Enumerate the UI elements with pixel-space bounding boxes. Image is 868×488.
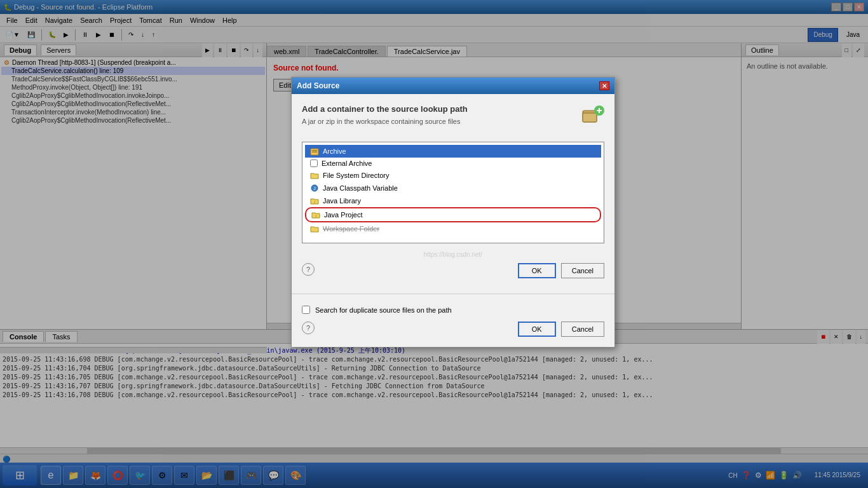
duplicate-source-checkbox[interactable] [302, 306, 310, 314]
dialog-buttons-top: ? OK Cancel [302, 263, 604, 278]
dialog-footer: Search for duplicate source files on the… [292, 299, 614, 347]
dialog-help-button[interactable]: ? [302, 263, 315, 276]
dialog-icon [581, 104, 604, 128]
add-source-dialog: Add Source ✕ Add a container to the sour… [291, 77, 615, 348]
watermark: https://blog.csdn.net/ [302, 251, 604, 258]
dialog-subtext: A jar or zip in the workspace containing… [302, 118, 468, 125]
dialog-help-button-bottom[interactable]: ? [302, 322, 315, 334]
dialog-heading: Add a container to the source lookup pat… [302, 104, 468, 114]
duplicate-source-label: Search for duplicate source files on the… [315, 306, 452, 314]
dialog-buttons-bottom: ? OK Cancel [302, 322, 604, 337]
dialog-cancel-button-top[interactable]: Cancel [561, 263, 604, 278]
modal-overlay: Add Source ✕ Add a container to the sour… [0, 0, 868, 488]
folder-icon [310, 171, 319, 180]
dialog-divider [292, 294, 614, 294]
dialog-ok-button-bottom[interactable]: OK [518, 322, 556, 337]
list-item-java-classpath-label: Java Classpath Variable [323, 184, 398, 192]
source-type-list: Archive External Archive File System Dir… [302, 142, 604, 243]
dialog-title: Add Source [297, 81, 339, 90]
archive-icon [310, 147, 319, 156]
dialog-title-bar: Add Source ✕ [292, 78, 614, 94]
list-item-workspace-folder-label: Workspace Folder [323, 225, 379, 233]
list-item-java-library-label: Java Library [323, 197, 361, 205]
workspace-folder-icon [310, 224, 319, 233]
java-project-icon: J [311, 210, 320, 219]
list-item-archive-label: Archive [323, 147, 346, 155]
svg-rect-7 [312, 152, 317, 153]
list-item-file-system-label: File System Directory [323, 172, 390, 179]
list-item-external-archive-label: External Archive [322, 159, 372, 167]
list-item-file-system[interactable]: File System Directory [305, 169, 601, 182]
dialog-close-button[interactable]: ✕ [599, 81, 609, 90]
list-item-java-project-label: Java Project [324, 211, 363, 219]
svg-text:J: J [314, 200, 316, 204]
list-item-java-library[interactable]: J Java Library [305, 194, 601, 207]
classpath-icon: J [310, 184, 319, 193]
list-item-archive[interactable]: Archive [305, 145, 601, 158]
dialog-body: Add a container to the source lookup pat… [292, 94, 614, 288]
svg-rect-6 [312, 150, 317, 151]
svg-text:J: J [313, 186, 316, 191]
dialog-cancel-button-bottom[interactable]: Cancel [561, 322, 604, 337]
dialog-ok-button-top[interactable]: OK [518, 263, 556, 278]
list-item-workspace-folder[interactable]: Workspace Folder [305, 222, 601, 235]
external-archive-checkbox[interactable] [310, 159, 318, 167]
list-item-java-project[interactable]: J Java Project [305, 207, 601, 222]
footer-checkbox-row: Search for duplicate source files on the… [302, 306, 604, 314]
svg-rect-1 [583, 113, 597, 122]
list-item-java-classpath[interactable]: J Java Classpath Variable [305, 182, 601, 194]
svg-text:J: J [315, 214, 317, 218]
list-item-external-archive[interactable]: External Archive [305, 158, 601, 169]
java-library-icon: J [310, 196, 319, 205]
svg-rect-4 [599, 108, 600, 113]
